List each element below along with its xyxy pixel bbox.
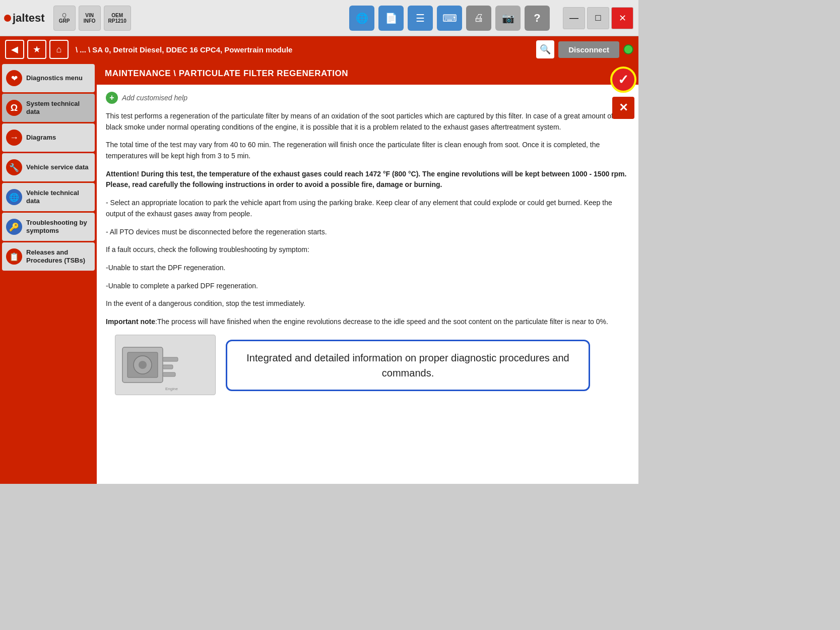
grp-prefix: Q xyxy=(62,12,67,18)
sidebar-item-system-technical-data[interactable]: Ω System technical data xyxy=(2,94,95,122)
favorite-button[interactable]: ★ xyxy=(27,40,46,59)
content-body: + Add customised help This test performs… xyxy=(97,85,638,403)
tooltip-text: Integrated and detailed information on p… xyxy=(246,352,569,379)
sidebar-item-troubleshooting[interactable]: 🔑 Troubleshooting by symptoms xyxy=(2,213,95,241)
paragraph-2: The total time of the test may vary from… xyxy=(106,140,629,161)
engine-svg: Engine xyxy=(117,337,213,393)
logo-dot xyxy=(4,15,11,22)
grp-label: GRP xyxy=(59,18,70,24)
fault-2: -Unable to complete a parked DPF regener… xyxy=(106,281,629,292)
camera-icon: 📷 xyxy=(502,12,514,24)
sidebar-label-vehicle-service-data: Vehicle service data xyxy=(26,163,89,171)
rp1210-label: RP1210 xyxy=(108,18,126,24)
stop-note: In the event of a dangerous condition, s… xyxy=(106,298,629,309)
help-button[interactable]: ? xyxy=(525,6,550,31)
question-icon: ? xyxy=(534,12,540,25)
diagnostics-menu-icon: ❤ xyxy=(6,70,22,86)
important-note-text: :The process will have finished when the… xyxy=(155,318,608,326)
minimize-icon: — xyxy=(569,13,578,23)
tooltip-box: Integrated and detailed information on p… xyxy=(226,340,590,391)
list-icon: ☰ xyxy=(416,12,425,24)
content-area: ✓ ✕ MAINTENANCE \ PARTICULATE FILTER REG… xyxy=(97,62,638,484)
main-layout: ❤ Diagnostics menu Ω System technical da… xyxy=(0,62,638,484)
grp-button[interactable]: Q GRP xyxy=(53,6,76,31)
vehicle-service-data-icon: 🔧 xyxy=(6,159,22,175)
sidebar-item-diagrams[interactable]: → Diagrams xyxy=(2,123,95,152)
info-label: INFO xyxy=(84,18,96,24)
breadcrumb: \ ... \ SA 0, Detroit Diesel, DDEC 16 CP… xyxy=(76,45,536,54)
confirm-button[interactable]: ✓ xyxy=(610,67,636,93)
close-icon: ✕ xyxy=(619,13,626,24)
add-help-label[interactable]: Add customised help xyxy=(122,94,187,102)
releases-procedures-icon: 📋 xyxy=(6,248,22,265)
sidebar-item-diagnostics-menu[interactable]: ❤ Diagnostics menu xyxy=(2,64,95,92)
sidebar-label-vehicle-technical-data: Vehicle technical data xyxy=(26,189,91,205)
logo-text: jaltest xyxy=(13,12,45,25)
svg-point-3 xyxy=(139,361,147,369)
vehicle-technical-data-icon: 🌐 xyxy=(6,189,22,205)
svg-rect-4 xyxy=(163,357,178,361)
print-icon: 🖨 xyxy=(474,12,484,24)
oem-label: OEM xyxy=(111,13,123,18)
search-button[interactable]: 🔍 xyxy=(536,40,554,58)
warning-paragraph: Attention! During this test, the tempera… xyxy=(106,169,629,191)
checkmark-icon: ✓ xyxy=(618,72,629,88)
camera-button[interactable]: 📷 xyxy=(495,6,521,31)
list-button[interactable]: ☰ xyxy=(408,6,433,31)
bottom-image-area: Engine Integrated and detailed informati… xyxy=(106,335,629,396)
engine-diagram: Engine xyxy=(115,335,216,395)
troubleshooting-icon: 🔑 xyxy=(6,219,22,235)
sidebar-label-diagnostics-menu: Diagnostics menu xyxy=(26,74,83,82)
sidebar-label-diagrams: Diagrams xyxy=(26,134,56,142)
instruction-1: - Select an appropriate location to park… xyxy=(106,198,629,219)
diagrams-icon: → xyxy=(6,130,22,146)
sidebar-label-system-technical-data: System technical data xyxy=(26,100,91,115)
vin-label: VIN xyxy=(85,13,94,18)
content-header: MAINTENANCE \ PARTICULATE FILTER REGENER… xyxy=(97,62,638,85)
sidebar-label-releases-procedures: Releases and Procedures (TSBs) xyxy=(26,248,91,264)
sidebar-item-vehicle-technical-data[interactable]: 🌐 Vehicle technical data xyxy=(2,183,95,211)
cancel-icon: ✕ xyxy=(619,101,628,114)
sidebar-item-vehicle-service-data[interactable]: 🔧 Vehicle service data xyxy=(2,153,95,181)
home-icon: ⌂ xyxy=(56,44,62,55)
document-button[interactable]: 📄 xyxy=(378,6,404,31)
svg-rect-5 xyxy=(163,365,173,369)
title-bar: jaltest Q GRP VIN INFO OEM RP1210 🌐 📄 ☰ … xyxy=(0,0,638,36)
document-icon: 📄 xyxy=(385,12,398,24)
maximize-icon: □ xyxy=(596,13,601,23)
back-button[interactable]: ◀ xyxy=(5,40,24,59)
important-note-label: Important note xyxy=(106,318,155,326)
sidebar-item-releases-procedures[interactable]: 📋 Releases and Procedures (TSBs) xyxy=(2,242,95,271)
connection-status xyxy=(623,44,633,54)
fault-1: -Unable to start the DPF regeneration. xyxy=(106,263,629,274)
sidebar-label-troubleshooting: Troubleshooting by symptoms xyxy=(26,219,91,234)
instruction-2: - All PTO devices must be disconnected b… xyxy=(106,227,629,238)
minimize-button[interactable]: — xyxy=(563,7,585,29)
home-button[interactable]: ⌂ xyxy=(49,40,69,59)
breadcrumb-bar: ◀ ★ ⌂ \ ... \ SA 0, Detroit Diesel, DDEC… xyxy=(0,36,638,62)
add-help-button[interactable]: + xyxy=(106,92,118,104)
maximize-button[interactable]: □ xyxy=(587,7,609,29)
disconnect-button[interactable]: Disconnect xyxy=(558,41,619,58)
globe-icon: 🌐 xyxy=(356,12,368,24)
globe-button[interactable]: 🌐 xyxy=(349,6,374,31)
action-buttons: ✓ ✕ xyxy=(608,62,638,123)
svg-text:Engine: Engine xyxy=(165,387,178,391)
back-icon: ◀ xyxy=(11,44,18,55)
fault-intro: If a fault occurs, check the following t… xyxy=(106,244,629,256)
cancel-button[interactable]: ✕ xyxy=(612,97,634,119)
vin-info-button[interactable]: VIN INFO xyxy=(79,6,101,31)
system-technical-data-icon: Ω xyxy=(6,100,22,116)
keyboard-button[interactable]: ⌨ xyxy=(437,6,462,31)
app-logo: jaltest xyxy=(4,12,45,25)
print-button[interactable]: 🖨 xyxy=(466,6,491,31)
important-note: Important note:The process will have fin… xyxy=(106,317,629,328)
svg-rect-6 xyxy=(163,372,175,376)
paragraph-1: This test performs a regeneration of the… xyxy=(106,111,629,133)
close-button[interactable]: ✕ xyxy=(611,7,633,29)
oem-button[interactable]: OEM RP1210 xyxy=(104,6,131,31)
sidebar: ❤ Diagnostics menu Ω System technical da… xyxy=(0,62,97,484)
add-help-row[interactable]: + Add customised help xyxy=(106,92,629,104)
search-icon: 🔍 xyxy=(540,44,551,55)
star-icon: ★ xyxy=(33,44,41,55)
